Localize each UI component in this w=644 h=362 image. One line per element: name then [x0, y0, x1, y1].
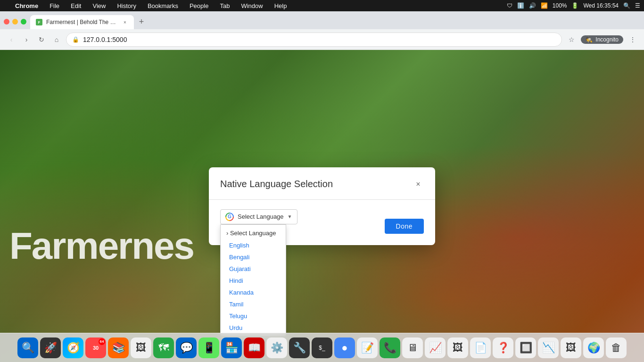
- dock-document[interactable]: 📄: [470, 337, 491, 358]
- chrome-tab-bar: F Farmernest | Behold The Powe... × +: [0, 11, 644, 29]
- dock-safari[interactable]: 🧭: [63, 337, 83, 358]
- dock-photos[interactable]: 🖼: [131, 337, 151, 358]
- bookmark-button[interactable]: ☆: [566, 34, 577, 45]
- menubar-help[interactable]: Help: [272, 2, 289, 9]
- close-window-button[interactable]: [4, 19, 9, 25]
- battery-icon: 🔋: [571, 2, 578, 9]
- translate-label: Select Language: [238, 213, 284, 220]
- volume-icon: 🔊: [529, 2, 536, 9]
- back-button[interactable]: ‹: [6, 34, 17, 45]
- tab-favicon-icon: F: [36, 19, 42, 25]
- language-option-kannada[interactable]: Kannada: [221, 287, 286, 298]
- dock-network[interactable]: 🌍: [583, 337, 604, 358]
- dock-books2[interactable]: 📖: [244, 337, 264, 358]
- dock-preview[interactable]: 🖼: [447, 337, 468, 358]
- url-bar[interactable]: 🔒 127.0.0.1:5000: [66, 33, 562, 47]
- language-option-gujarati[interactable]: Gujarati: [221, 263, 286, 275]
- dock-appstore[interactable]: 🏪: [221, 337, 242, 358]
- incognito-label: Incognito: [595, 36, 619, 43]
- dock-terminal[interactable]: $_: [312, 337, 332, 358]
- modal-close-button[interactable]: ×: [413, 179, 424, 190]
- menubar-right: 🛡 ℹ️ 🔊 📶 100% 🔋 Wed 16:35:54 🔍 ☰: [507, 2, 640, 9]
- language-option-bengali[interactable]: Bengali: [221, 251, 286, 263]
- modal-divider: [209, 199, 435, 200]
- menubar-file[interactable]: File: [48, 2, 61, 9]
- dock-preview2[interactable]: 🖼: [561, 337, 581, 358]
- tab-title: Farmernest | Behold The Powe...: [46, 19, 118, 25]
- page-background: Farmernes Native Language Selection × G …: [0, 50, 644, 362]
- incognito-button[interactable]: 🕵 Incognito: [581, 35, 623, 44]
- battery-status: 100%: [553, 2, 567, 9]
- google-g-icon: G: [225, 213, 234, 221]
- translate-widget-container: G Select Language ▼ › Select Language En…: [220, 209, 297, 224]
- dock-phone[interactable]: 📞: [380, 337, 400, 358]
- language-option-urdu[interactable]: Urdu: [221, 322, 286, 334]
- dock-screen[interactable]: 🖥: [402, 337, 423, 358]
- dock: 🔍 🚀 🧭 30 64 📚 🖼 🗺 💬 📱 🏪 📖 ⚙️ 🔧 $_ ● 📝 📞 …: [0, 333, 644, 362]
- dock-activity2[interactable]: 📉: [538, 337, 559, 358]
- dropdown-arrow-icon: ▼: [288, 214, 292, 219]
- address-bar-right: ☆ 🕵 Incognito ⋮: [566, 34, 638, 45]
- modal-title: Native Language Selection: [220, 179, 333, 189]
- home-button[interactable]: ⌂: [51, 34, 62, 45]
- dock-trash[interactable]: 🗑: [606, 337, 627, 358]
- menubar-chrome[interactable]: Chrome: [13, 2, 40, 9]
- dock-launchpad[interactable]: 🚀: [40, 337, 61, 358]
- reload-button[interactable]: ↻: [36, 34, 47, 45]
- info-icon: ℹ️: [517, 2, 524, 9]
- new-tab-button[interactable]: +: [136, 16, 147, 27]
- menubar-history[interactable]: History: [115, 2, 138, 9]
- more-options-button[interactable]: ⋮: [627, 34, 638, 45]
- dock-screen2[interactable]: 🔲: [515, 337, 536, 358]
- clock: Wed 16:35:54: [583, 2, 619, 9]
- forward-button[interactable]: ›: [21, 34, 32, 45]
- active-tab[interactable]: F Farmernest | Behold The Powe... ×: [30, 15, 134, 29]
- modal-footer: Done: [385, 219, 424, 234]
- done-button[interactable]: Done: [385, 219, 424, 234]
- dock-chrome[interactable]: ●: [334, 337, 355, 358]
- window-controls: [4, 19, 26, 25]
- modal-body: G Select Language ▼ › Select Language En…: [220, 209, 424, 234]
- dock-messages[interactable]: 💬: [176, 337, 197, 358]
- address-bar: ‹ › ↻ ⌂ 🔒 127.0.0.1:5000 ☆ 🕵 Incognito ⋮: [0, 29, 644, 50]
- modal-header: Native Language Selection ×: [220, 179, 424, 190]
- dock-tools[interactable]: 🔧: [289, 337, 310, 358]
- dock-notes[interactable]: 📝: [357, 337, 378, 358]
- list-icon[interactable]: ☰: [635, 2, 640, 9]
- menubar-window[interactable]: Window: [239, 2, 264, 9]
- menubar-tab[interactable]: Tab: [218, 2, 231, 9]
- language-option-tamil[interactable]: Tamil: [221, 298, 286, 310]
- dock-help[interactable]: ❓: [493, 337, 513, 358]
- menubar-edit[interactable]: Edit: [69, 2, 83, 9]
- lock-icon: 🔒: [72, 36, 79, 43]
- dock-maps[interactable]: 🗺: [153, 337, 174, 358]
- modal-backdrop: Native Language Selection × G Select Lan…: [0, 50, 644, 362]
- shield-icon: 🛡: [507, 2, 512, 9]
- menubar-view[interactable]: View: [91, 2, 107, 9]
- dock-calendar[interactable]: 30 64: [85, 337, 106, 358]
- dock-books[interactable]: 📚: [108, 337, 129, 358]
- dock-facetime[interactable]: 📱: [198, 337, 219, 358]
- search-icon[interactable]: 🔍: [623, 2, 630, 9]
- wifi-icon: 📶: [541, 2, 548, 9]
- menubar-bookmarks[interactable]: Bookmarks: [146, 2, 180, 9]
- dock-finder[interactable]: 🔍: [17, 337, 38, 358]
- calendar-badge: 64: [99, 338, 105, 345]
- language-dropdown: › Select Language English Bengali Gujara…: [220, 224, 286, 336]
- language-option-hindi[interactable]: Hindi: [221, 275, 286, 287]
- minimize-window-button[interactable]: [12, 19, 18, 25]
- url-text: 127.0.0.1:5000: [83, 36, 556, 43]
- tab-close-button[interactable]: ×: [122, 19, 128, 25]
- language-option-english[interactable]: English: [221, 239, 286, 251]
- language-selection-modal: Native Language Selection × G Select Lan…: [209, 167, 435, 245]
- menubar-people[interactable]: People: [188, 2, 210, 9]
- menubar-left: Chrome File Edit View History Bookmarks …: [4, 2, 289, 9]
- translate-widget[interactable]: G Select Language ▼: [220, 209, 297, 224]
- dropdown-header: › Select Language: [221, 227, 286, 239]
- incognito-icon: 🕵: [586, 36, 593, 43]
- dock-activity[interactable]: 📈: [425, 337, 446, 358]
- menubar: Chrome File Edit View History Bookmarks …: [0, 0, 644, 11]
- maximize-window-button[interactable]: [21, 19, 26, 25]
- language-option-telugu[interactable]: Telugu: [221, 310, 286, 322]
- dock-settings[interactable]: ⚙️: [266, 337, 287, 358]
